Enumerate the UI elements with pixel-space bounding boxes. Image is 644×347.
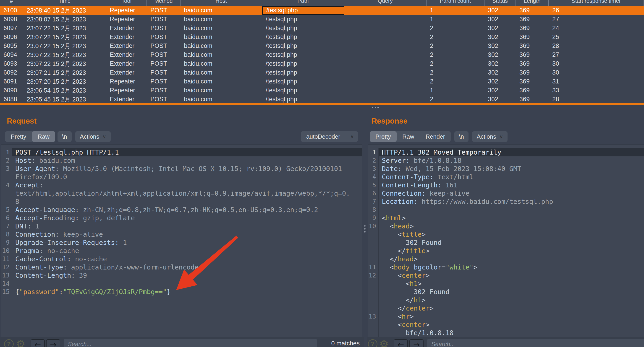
next-match-button[interactable]: → bbox=[46, 339, 60, 347]
cell-time: 23:07:22 15 2月 2023 bbox=[23, 24, 106, 33]
cell-param_count: 2 bbox=[426, 41, 484, 50]
help-icon[interactable]: ? bbox=[368, 339, 378, 347]
cell-tool: Extender bbox=[106, 68, 147, 77]
cell-id: 6092 bbox=[0, 68, 23, 77]
history-table: #TimeToolMethodHostPathQueryParam countS… bbox=[0, 0, 644, 105]
column-header-id[interactable]: # bbox=[0, 0, 23, 6]
code-line: 5Content-Length: 161 bbox=[368, 181, 644, 189]
table-row[interactable]: 609623:07:22 15 2月 2023ExtenderPOSTbaidu… bbox=[0, 33, 644, 41]
cell-status: 302 bbox=[484, 33, 516, 41]
request-search-input[interactable] bbox=[64, 339, 317, 347]
code-line: 4Content-Type: text/html bbox=[368, 173, 644, 181]
cell-query bbox=[344, 95, 426, 104]
column-header-tool[interactable]: Tool bbox=[106, 0, 147, 6]
cell-method: POST bbox=[147, 86, 180, 95]
help-icon[interactable]: ? bbox=[4, 339, 14, 347]
code-line: 12Content-Type: application/x-www-form-u… bbox=[1, 263, 362, 271]
code-line: 14 bbox=[1, 280, 362, 288]
cell-tool: Extender bbox=[106, 33, 147, 41]
horizontal-splitter[interactable] bbox=[0, 103, 644, 105]
response-raw-tab[interactable]: Raw bbox=[396, 131, 420, 142]
table-row[interactable]: 609723:07:22 15 2月 2023ExtenderPOSTbaidu… bbox=[0, 24, 644, 33]
previous-match-button[interactable]: ← bbox=[394, 339, 408, 347]
cell-time: 23:07:20 15 2月 2023 bbox=[23, 77, 106, 86]
auto-decoder-button[interactable]: autoDecoder ∨ bbox=[301, 131, 358, 142]
cell-time: 23:05:45 15 2月 2023 bbox=[23, 95, 106, 104]
cell-timer: 25 bbox=[549, 33, 644, 41]
cell-method: POST bbox=[147, 41, 180, 50]
cell-host: baidu.com bbox=[180, 68, 262, 77]
column-header-path[interactable]: Path bbox=[262, 0, 344, 6]
code-line: text/html,application/xhtml+xml,applicat… bbox=[1, 189, 362, 197]
cell-method: POST bbox=[147, 24, 180, 33]
code-line: 11Cache-Control: no-cache bbox=[1, 255, 362, 263]
vertical-splitter-handle-icon[interactable] bbox=[364, 225, 366, 233]
request-editor[interactable]: 1POST /testsql.php HTTP/1.12Host: baidu.… bbox=[1, 145, 362, 337]
table-row[interactable]: 609823:08:07 15 2月 2023RepeaterPOSTbaidu… bbox=[0, 15, 644, 24]
next-match-button[interactable]: → bbox=[410, 339, 424, 347]
cell-param_count: 2 bbox=[426, 24, 484, 33]
table-row[interactable]: 610023:08:40 15 2月 2023RepeaterPOSTbaidu… bbox=[0, 6, 644, 15]
cell-path: /testsql.php bbox=[262, 77, 344, 86]
code-line: 10 <head> bbox=[368, 222, 644, 230]
request-newline-toggle[interactable]: \n bbox=[58, 131, 72, 142]
table-row[interactable]: 609323:07:22 15 2月 2023ExtenderPOSTbaidu… bbox=[0, 59, 644, 68]
response-pretty-tab[interactable]: Pretty bbox=[370, 131, 396, 142]
table-row[interactable]: 609223:07:21 15 2月 2023ExtenderPOSTbaidu… bbox=[0, 68, 644, 77]
column-header-timer[interactable]: Start response timer bbox=[549, 0, 644, 6]
cell-path: /testsql.php bbox=[262, 68, 344, 77]
table-row[interactable]: 609523:07:22 15 2月 2023ExtenderPOSTbaidu… bbox=[0, 41, 644, 50]
code-line: 13 <hr> bbox=[368, 312, 644, 321]
code-line: <title> bbox=[368, 230, 644, 239]
cell-query bbox=[344, 77, 426, 86]
code-line: 8Connection: keep-alive bbox=[1, 230, 362, 239]
cell-query bbox=[344, 24, 426, 33]
code-line: <center> bbox=[368, 321, 644, 329]
column-header-host[interactable]: Host bbox=[180, 0, 262, 6]
chevron-down-icon: ∨ bbox=[499, 134, 503, 140]
gear-icon[interactable]: ⚙ bbox=[16, 338, 25, 347]
table-row[interactable]: 609423:07:22 15 2月 2023ExtenderPOSTbaidu… bbox=[0, 50, 644, 59]
code-line: 302 Found bbox=[368, 288, 644, 296]
column-header-query[interactable]: Query bbox=[344, 0, 426, 6]
table-row[interactable]: 609123:07:20 15 2月 2023RepeaterPOSTbaidu… bbox=[0, 77, 644, 86]
code-line: 7Location: https://www.baidu.com/testsql… bbox=[368, 197, 644, 206]
cell-length: 369 bbox=[516, 86, 549, 95]
cell-param_count: 2 bbox=[426, 33, 484, 41]
cell-path: /testsql.php bbox=[262, 86, 344, 95]
column-header-status[interactable]: Status bbox=[484, 0, 516, 6]
code-line: 302 Found bbox=[368, 239, 644, 247]
table-row[interactable]: 609023:06:54 15 2月 2023RepeaterPOSTbaidu… bbox=[0, 86, 644, 95]
cell-path: /testsql.php bbox=[262, 33, 344, 41]
request-pretty-tab[interactable]: Pretty bbox=[5, 131, 32, 142]
gear-icon[interactable]: ⚙ bbox=[379, 338, 389, 347]
table-row[interactable]: 608823:05:45 15 2月 2023ExtenderPOSTbaidu… bbox=[0, 95, 644, 104]
cell-method: POST bbox=[147, 68, 180, 77]
response-search-input[interactable] bbox=[427, 339, 644, 347]
column-header-param_count[interactable]: Param count bbox=[426, 0, 484, 6]
cell-path: /testsql.php bbox=[262, 41, 344, 50]
cell-id: 6097 bbox=[0, 24, 23, 33]
response-actions-button[interactable]: Actions∨ bbox=[472, 131, 508, 142]
request-actions-button[interactable]: Actions∨ bbox=[75, 131, 111, 142]
column-header-length[interactable]: Length bbox=[516, 0, 549, 6]
splitter-handle-icon[interactable] bbox=[372, 107, 379, 108]
code-line: 2Host: baidu.com bbox=[1, 156, 362, 165]
chevron-down-icon[interactable]: ∨ bbox=[346, 131, 358, 142]
column-header-time[interactable]: Time bbox=[23, 0, 106, 6]
cell-length: 369 bbox=[516, 50, 549, 59]
previous-match-button[interactable]: ← bbox=[30, 339, 45, 347]
cell-status: 302 bbox=[484, 41, 516, 50]
cell-path: /testsql.php bbox=[262, 59, 344, 68]
cell-time: 23:07:22 15 2月 2023 bbox=[23, 41, 106, 50]
column-header-method[interactable]: Method bbox=[147, 0, 180, 6]
cell-path: /testsql.php bbox=[262, 95, 344, 104]
request-raw-tab[interactable]: Raw bbox=[32, 131, 55, 142]
response-editor[interactable]: 1HTTP/1.1 302 Moved Temporarily2Server: … bbox=[368, 145, 644, 337]
code-line: 7DNT: 1 bbox=[1, 222, 362, 230]
response-render-tab[interactable]: Render bbox=[420, 131, 451, 142]
cell-host: baidu.com bbox=[180, 24, 262, 33]
cell-query bbox=[344, 33, 426, 41]
code-line: 3Date: Wed, 15 Feb 2023 15:08:40 GMT bbox=[368, 165, 644, 173]
response-newline-toggle[interactable]: \n bbox=[454, 131, 468, 142]
